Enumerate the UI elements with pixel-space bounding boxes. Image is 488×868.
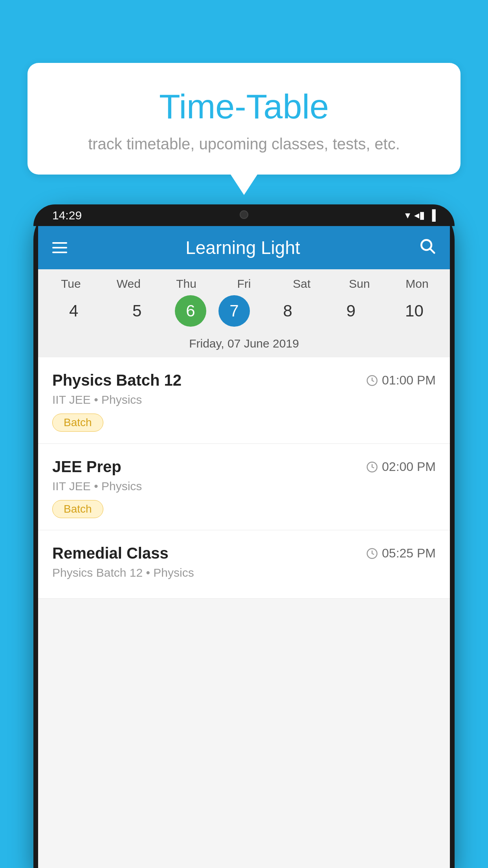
date-8[interactable]: 8: [262, 295, 313, 327]
schedule-meta-1: IIT JEE • Physics: [52, 393, 436, 406]
battery-icon: ▐: [429, 209, 436, 221]
app-title: Learning Light: [185, 237, 300, 258]
schedule-meta-2: IIT JEE • Physics: [52, 480, 436, 493]
camera-dot: [240, 210, 248, 219]
schedule-item-top-2: JEE Prep 02:00 PM: [52, 458, 436, 476]
clock-icon-2: [366, 461, 378, 473]
day-sat[interactable]: Sat: [276, 277, 327, 291]
schedule-time-2: 02:00 PM: [366, 460, 436, 474]
date-7-selected[interactable]: 7: [218, 295, 250, 327]
day-mon[interactable]: Mon: [391, 277, 442, 291]
schedule-time-1: 01:00 PM: [366, 373, 436, 388]
schedule-list: Physics Batch 12 01:00 PM IIT JEE • Phys…: [38, 357, 450, 599]
schedule-meta-3: Physics Batch 12 • Physics: [52, 566, 436, 579]
selected-date-label: Friday, 07 June 2019: [38, 333, 450, 357]
clock-icon-3: [366, 548, 378, 559]
days-numbers: 4 5 6 7 8 9 10: [38, 295, 450, 327]
schedule-title-1: Physics Batch 12: [52, 371, 182, 389]
date-6-today[interactable]: 6: [175, 295, 206, 327]
schedule-item-top-3: Remedial Class 05:25 PM: [52, 544, 436, 562]
phone-container: 14:29 ▾ ◂▮ ▐ Learning Light: [33, 204, 455, 868]
schedule-item-1[interactable]: Physics Batch 12 01:00 PM IIT JEE • Phys…: [38, 357, 450, 444]
schedule-title-3: Remedial Class: [52, 544, 169, 562]
wifi-icon: ▾: [405, 209, 410, 221]
speech-bubble-container: Time-Table track timetable, upcoming cla…: [28, 63, 460, 175]
batch-badge-1: Batch: [52, 414, 103, 432]
status-icons: ▾ ◂▮ ▐: [405, 209, 436, 221]
batch-badge-2: Batch: [52, 500, 103, 518]
phone-top-bar: 14:29 ▾ ◂▮ ▐: [33, 204, 455, 226]
date-4[interactable]: 4: [48, 295, 99, 327]
day-fri[interactable]: Fri: [218, 277, 270, 291]
bubble-title: Time-Table: [51, 86, 437, 127]
date-9[interactable]: 9: [325, 295, 376, 327]
day-wed[interactable]: Wed: [103, 277, 154, 291]
menu-icon[interactable]: [52, 242, 67, 253]
phone-frame: 14:29 ▾ ◂▮ ▐ Learning Light: [33, 204, 455, 868]
phone-screen: Learning Light Tue Wed Thu Fri Sat Sun: [38, 226, 450, 868]
schedule-item-2[interactable]: JEE Prep 02:00 PM IIT JEE • Physics Batc…: [38, 444, 450, 530]
day-sun[interactable]: Sun: [334, 277, 385, 291]
days-header: Tue Wed Thu Fri Sat Sun Mon: [38, 277, 450, 291]
date-5[interactable]: 5: [112, 295, 163, 327]
notch: [220, 204, 268, 225]
svg-line-1: [430, 249, 434, 253]
schedule-item-top-1: Physics Batch 12 01:00 PM: [52, 371, 436, 389]
clock-icon-1: [366, 375, 378, 386]
status-time: 14:29: [52, 209, 82, 222]
date-10[interactable]: 10: [389, 295, 440, 327]
speech-bubble: Time-Table track timetable, upcoming cla…: [28, 63, 460, 175]
search-icon[interactable]: [418, 237, 436, 258]
app-bar: Learning Light: [38, 226, 450, 269]
day-tue[interactable]: Tue: [45, 277, 96, 291]
schedule-item-3[interactable]: Remedial Class 05:25 PM Physics Batch 12…: [38, 530, 450, 599]
bubble-subtitle: track timetable, upcoming classes, tests…: [51, 135, 437, 153]
signal-icon: ◂▮: [414, 209, 425, 221]
schedule-time-3: 05:25 PM: [366, 546, 436, 561]
day-thu[interactable]: Thu: [161, 277, 212, 291]
schedule-title-2: JEE Prep: [52, 458, 121, 476]
calendar-strip: Tue Wed Thu Fri Sat Sun Mon 4 5 6 7 8 9 …: [38, 269, 450, 357]
